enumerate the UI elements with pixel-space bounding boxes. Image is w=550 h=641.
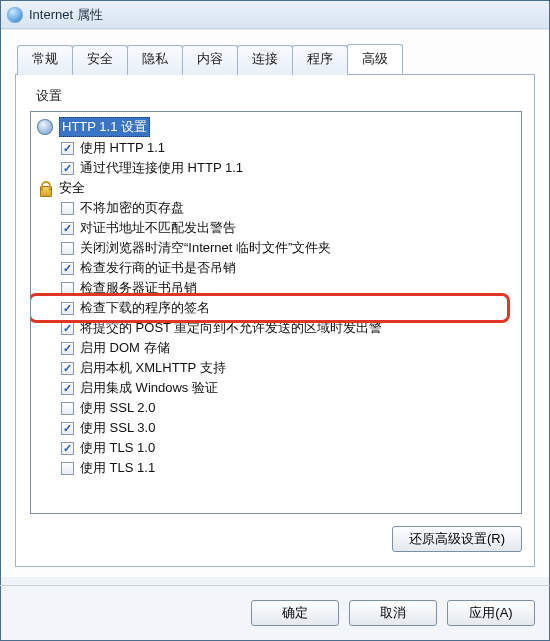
tree-item-label: 使用 TLS 1.1 (80, 459, 155, 477)
tree-item-label: 使用 SSL 3.0 (80, 419, 155, 437)
tab-label: 常规 (32, 51, 58, 66)
tree-item-label: 启用本机 XMLHTTP 支持 (80, 359, 226, 377)
dialog-footer: 确定 取消 应用(A) (1, 586, 549, 640)
tree-category-label: HTTP 1.1 设置 (59, 117, 150, 137)
ok-button[interactable]: 确定 (251, 600, 339, 626)
checkbox[interactable] (61, 402, 74, 415)
tree-item[interactable]: 启用集成 Windows 验证 (35, 378, 519, 398)
checkbox[interactable] (61, 162, 74, 175)
tree-item-label: 启用集成 Windows 验证 (80, 379, 218, 397)
checkbox[interactable] (61, 222, 74, 235)
checkbox[interactable] (61, 442, 74, 455)
tree-item-label: 对证书地址不匹配发出警告 (80, 219, 236, 237)
checkbox[interactable] (61, 202, 74, 215)
tab-content[interactable]: 内容 (182, 45, 238, 75)
checkbox[interactable] (61, 242, 74, 255)
checkbox[interactable] (61, 362, 74, 375)
gear-icon (37, 119, 53, 135)
tree-item-label: 关闭浏览器时清空“Internet 临时文件”文件夹 (80, 239, 331, 257)
tab-security[interactable]: 安全 (72, 45, 128, 75)
tab-label: 内容 (197, 51, 223, 66)
tree-item[interactable]: 使用 HTTP 1.1 (35, 138, 519, 158)
settings-tree[interactable]: HTTP 1.1 设置使用 HTTP 1.1通过代理连接使用 HTTP 1.1安… (30, 111, 522, 514)
checkbox[interactable] (61, 342, 74, 355)
tree-item-label: 检查下载的程序的签名 (80, 299, 210, 317)
checkbox[interactable] (61, 382, 74, 395)
tree-item-label: 检查服务器证书吊销 (80, 279, 197, 297)
tree-item[interactable]: 检查服务器证书吊销 (35, 278, 519, 298)
tree-item-label: 通过代理连接使用 HTTP 1.1 (80, 159, 243, 177)
tab-label: 程序 (307, 51, 333, 66)
tree-item[interactable]: 检查发行商的证书是否吊销 (35, 258, 519, 278)
tree-item[interactable]: 检查下载的程序的签名 (35, 298, 519, 318)
tab-privacy[interactable]: 隐私 (127, 45, 183, 75)
tree-item[interactable]: 使用 SSL 2.0 (35, 398, 519, 418)
tree-item[interactable]: 启用 DOM 存储 (35, 338, 519, 358)
checkbox[interactable] (61, 322, 74, 335)
tab-label: 高级 (362, 51, 388, 66)
tab-advanced[interactable]: 高级 (347, 44, 403, 74)
tabstrip: 常规 安全 隐私 内容 连接 程序 高级 (17, 44, 535, 74)
tab-general[interactable]: 常规 (17, 45, 73, 75)
tree-category[interactable]: 安全 (35, 178, 519, 198)
tree-category-label: 安全 (59, 179, 85, 197)
internet-options-window: Internet 属性 常规 安全 隐私 内容 连接 程序 高级 设置 HTTP… (0, 0, 550, 641)
tree-item-label: 使用 SSL 2.0 (80, 399, 155, 417)
advanced-tab-panel: 设置 HTTP 1.1 设置使用 HTTP 1.1通过代理连接使用 HTTP 1… (15, 74, 535, 567)
tree-item-label: 启用 DOM 存储 (80, 339, 170, 357)
window-title: Internet 属性 (29, 6, 103, 24)
checkbox[interactable] (61, 262, 74, 275)
tree-category[interactable]: HTTP 1.1 设置 (35, 116, 519, 138)
tree-item[interactable]: 使用 SSL 3.0 (35, 418, 519, 438)
tree-item[interactable]: 关闭浏览器时清空“Internet 临时文件”文件夹 (35, 238, 519, 258)
apply-button[interactable]: 应用(A) (447, 600, 535, 626)
tree-item[interactable]: 使用 TLS 1.1 (35, 458, 519, 478)
checkbox[interactable] (61, 462, 74, 475)
restore-advanced-button[interactable]: 还原高级设置(R) (392, 526, 522, 552)
restore-row: 还原高级设置(R) (30, 526, 522, 552)
checkbox[interactable] (61, 422, 74, 435)
checkbox[interactable] (61, 142, 74, 155)
cancel-button[interactable]: 取消 (349, 600, 437, 626)
tree-item-label: 检查发行商的证书是否吊销 (80, 259, 236, 277)
tab-programs[interactable]: 程序 (292, 45, 348, 75)
tree-item-label: 使用 TLS 1.0 (80, 439, 155, 457)
tab-label: 隐私 (142, 51, 168, 66)
checkbox[interactable] (61, 302, 74, 315)
titlebar: Internet 属性 (1, 1, 549, 29)
tab-label: 安全 (87, 51, 113, 66)
tree-item[interactable]: 启用本机 XMLHTTP 支持 (35, 358, 519, 378)
tree-item-label: 使用 HTTP 1.1 (80, 139, 165, 157)
tree-item-label: 将提交的 POST 重定向到不允许发送的区域时发出警 (80, 319, 382, 337)
client-area: 常规 安全 隐私 内容 连接 程序 高级 设置 HTTP 1.1 设置使用 HT… (1, 29, 549, 577)
settings-label: 设置 (36, 87, 522, 105)
lock-icon (37, 180, 53, 196)
tree-item[interactable]: 通过代理连接使用 HTTP 1.1 (35, 158, 519, 178)
globe-icon (7, 7, 23, 23)
tree-item[interactable]: 对证书地址不匹配发出警告 (35, 218, 519, 238)
tab-connections[interactable]: 连接 (237, 45, 293, 75)
tab-label: 连接 (252, 51, 278, 66)
tree-item-label: 不将加密的页存盘 (80, 199, 184, 217)
tree-item[interactable]: 将提交的 POST 重定向到不允许发送的区域时发出警 (35, 318, 519, 338)
tree-item[interactable]: 不将加密的页存盘 (35, 198, 519, 218)
checkbox[interactable] (61, 282, 74, 295)
tree-item[interactable]: 使用 TLS 1.0 (35, 438, 519, 458)
